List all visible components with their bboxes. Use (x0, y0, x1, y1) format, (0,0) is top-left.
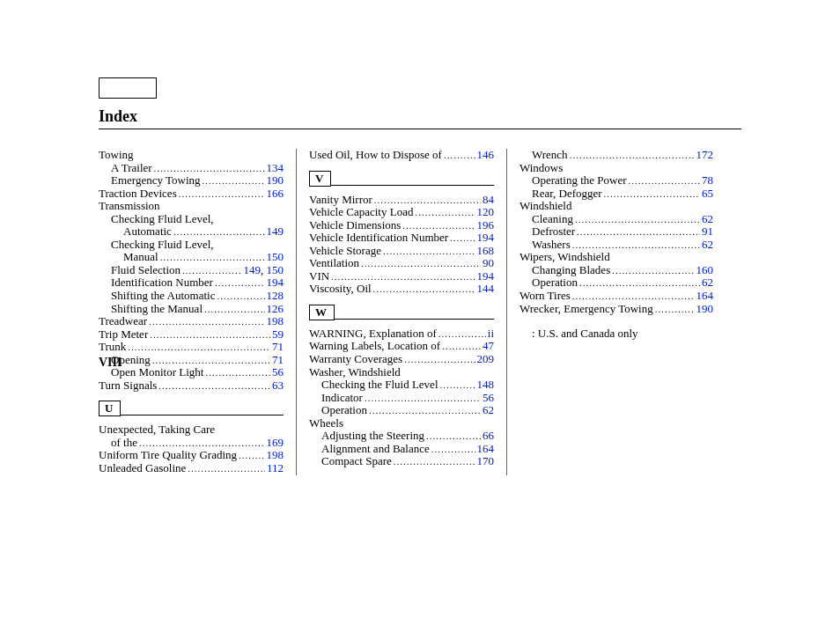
page-link[interactable]: 194 (267, 276, 284, 289)
page-link[interactable]: 62 (702, 213, 713, 225)
page-link[interactable]: 169 (267, 437, 284, 449)
index-entry-page[interactable]: 78 (702, 174, 713, 188)
index-entry: Defroster91 (519, 225, 713, 239)
index-entry-page[interactable]: 196 (477, 219, 495, 232)
page-link[interactable]: ii (488, 327, 494, 340)
page-link[interactable]: 144 (477, 283, 495, 295)
index-entry-page[interactable]: 172 (696, 149, 714, 162)
index-entry-page[interactable]: 56 (272, 366, 284, 379)
page-link[interactable]: 66 (483, 430, 494, 442)
index-entry-page[interactable]: 56 (483, 392, 494, 405)
page-link[interactable]: 150 (267, 251, 284, 263)
index-entry-page[interactable]: 169 (267, 437, 284, 450)
page-link[interactable]: 91 (702, 225, 713, 238)
page-link[interactable]: 148 (477, 379, 495, 391)
page-link[interactable]: 78 (702, 174, 713, 187)
index-entry-page[interactable]: ii (488, 327, 494, 341)
page-link[interactable]: 194 (477, 270, 495, 283)
index-entry-page[interactable]: 160 (696, 264, 714, 277)
index-entry-page[interactable]: 66 (483, 430, 494, 443)
index-entry-page[interactable]: 198 (267, 449, 284, 462)
page-link[interactable]: 164 (477, 443, 495, 455)
index-entry-page[interactable]: 166 (267, 188, 284, 201)
index-entry-page[interactable]: 71 (272, 354, 284, 367)
index-entry-page[interactable]: 194 (477, 270, 495, 283)
index-entry-page[interactable]: 164 (477, 443, 495, 456)
page-link[interactable]: 112 (267, 462, 284, 474)
index-entry-page[interactable]: 62 (702, 213, 713, 226)
index-entry-page[interactable]: 62 (702, 276, 713, 290)
index-entry-page[interactable]: 90 (483, 257, 494, 270)
index-entry-page[interactable]: 112 (267, 462, 284, 475)
page-link[interactable]: 198 (267, 315, 284, 327)
index-entry-page[interactable]: 91 (702, 225, 713, 239)
index-entry-page[interactable]: 84 (483, 194, 494, 207)
page-link[interactable]: 190 (696, 303, 714, 315)
index-entry-page[interactable]: 149 (267, 225, 284, 239)
index-entry-page[interactable]: 144 (477, 283, 495, 296)
index-entry-page[interactable]: 63 (272, 379, 284, 393)
index-entry-page[interactable]: 209 (477, 353, 495, 366)
index-entry-page[interactable]: 71 (272, 341, 284, 354)
page-link[interactable]: 62 (483, 404, 494, 416)
page-link[interactable]: 56 (483, 392, 494, 404)
page-link[interactable]: 56 (272, 366, 284, 379)
page-link[interactable]: 168 (477, 245, 495, 257)
index-entry-page[interactable]: 62 (483, 404, 494, 417)
page-link[interactable]: 84 (483, 194, 494, 206)
page-link[interactable]: 71 (272, 354, 284, 366)
page-link[interactable]: 209 (477, 353, 495, 365)
page-link[interactable]: 47 (483, 340, 494, 352)
page-link[interactable]: 172 (696, 149, 714, 161)
page-number: VIII (99, 356, 122, 370)
page-link[interactable]: 164 (696, 290, 714, 302)
page-link[interactable]: 120 (477, 206, 495, 218)
page-link[interactable]: 90 (483, 257, 494, 269)
page-link[interactable]: 128 (267, 290, 284, 302)
index-entry-page[interactable]: 47 (483, 340, 494, 353)
page-link[interactable]: 62 (702, 239, 713, 251)
index-entry-label: Washer, Windshield (309, 366, 494, 379)
index-entry-page[interactable]: 59 (272, 328, 284, 342)
index-entry-page[interactable]: 198 (267, 315, 284, 328)
index-entry-page[interactable]: 134 (267, 162, 284, 175)
page-link[interactable]: 146 (477, 149, 495, 161)
index-entry-label: Changing Blades (519, 264, 610, 277)
index-entry-label: Wipers, Windshield (519, 251, 713, 264)
page-link[interactable]: 149 (244, 264, 262, 276)
index-entry-page[interactable]: 65 (702, 188, 713, 201)
page-link[interactable]: 65 (702, 188, 713, 200)
page-link[interactable]: 150 (267, 264, 284, 276)
index-entry-page[interactable]: 62 (702, 239, 713, 252)
index-entry-page[interactable]: 168 (477, 245, 495, 258)
page-link[interactable]: 59 (272, 328, 284, 341)
index-entry-page[interactable]: 164 (696, 290, 714, 303)
index-entry-page[interactable]: 190 (267, 174, 284, 188)
page-link[interactable]: 149 (267, 225, 284, 238)
index-entry-page[interactable]: 149, 150 (244, 264, 284, 277)
index-entry-page[interactable]: 194 (267, 276, 284, 290)
index-entry-page[interactable]: 150 (267, 251, 284, 264)
page-link[interactable]: 160 (696, 264, 714, 276)
index-entry-page[interactable]: 128 (267, 290, 284, 303)
index-entry: VIN194 (309, 270, 494, 283)
page-link[interactable]: 63 (272, 379, 284, 392)
page-link[interactable]: 166 (267, 188, 284, 200)
page-link[interactable]: 198 (267, 449, 284, 461)
index-entry-page[interactable]: 148 (477, 379, 495, 392)
page-link[interactable]: 62 (702, 276, 713, 289)
index-entry-page[interactable]: 146 (477, 149, 495, 162)
page-link[interactable]: 170 (477, 455, 495, 467)
page-link[interactable]: 196 (477, 219, 495, 232)
index-entry-page[interactable]: 194 (477, 232, 495, 245)
index-entry-page[interactable]: 170 (477, 455, 495, 468)
index-entry: Emergency Towing190 (99, 174, 284, 188)
page-link[interactable]: 126 (267, 303, 284, 315)
page-link[interactable]: 194 (477, 232, 495, 244)
page-link[interactable]: 134 (267, 162, 284, 174)
page-link[interactable]: 190 (267, 174, 284, 187)
index-entry-page[interactable]: 120 (477, 206, 495, 219)
index-entry-page[interactable]: 190 (696, 303, 714, 316)
page-link[interactable]: 71 (272, 341, 284, 353)
index-entry-page[interactable]: 126 (267, 303, 284, 316)
